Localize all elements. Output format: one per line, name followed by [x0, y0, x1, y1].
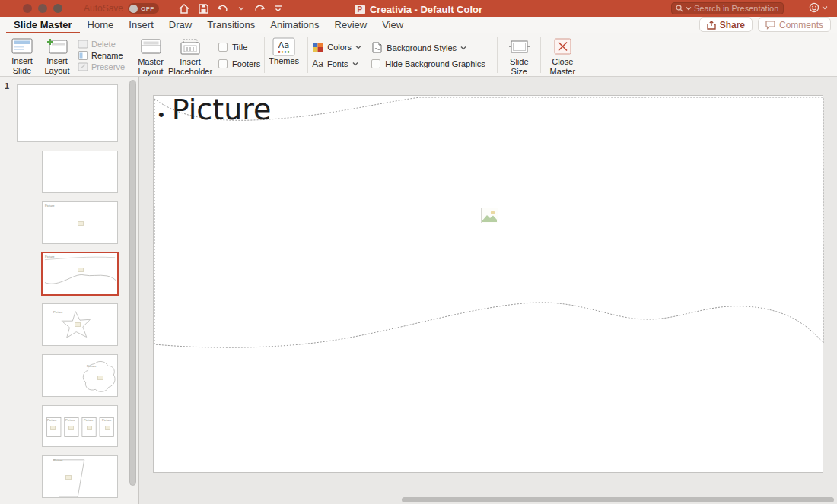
insert-placeholder-label: Insert Placeholder [168, 57, 212, 76]
toolbar-overflow-icon[interactable] [274, 5, 282, 12]
delete-label: Delete [91, 40, 116, 49]
footers-checkbox-label: Footers [232, 59, 260, 68]
close-master-icon [554, 38, 571, 55]
window-controls [23, 4, 62, 13]
hide-background-graphics-label: Hide Background Graphics [385, 59, 485, 68]
save-icon[interactable] [199, 4, 208, 14]
colors-button[interactable]: Colors [312, 42, 371, 52]
insert-placeholder-button[interactable]: Insert Placeholder [168, 36, 212, 74]
tab-view[interactable]: View [374, 17, 411, 33]
wave-shape-outline [43, 253, 117, 294]
tab-home[interactable]: Home [80, 17, 122, 33]
bullet-glyph: • [158, 106, 164, 123]
tab-draw[interactable]: Draw [161, 17, 199, 33]
document-title: Creativia - Default Color [370, 4, 482, 15]
comments-label: Comments [779, 20, 823, 30]
preserve-button[interactable]: Preserve [78, 62, 125, 71]
undo-dropdown-icon[interactable] [238, 6, 244, 11]
mini-picture-icon [50, 426, 56, 430]
themes-button[interactable]: Aa Themes [269, 36, 304, 74]
slide-size-icon [508, 38, 530, 55]
svg-text:Aa: Aa [278, 40, 289, 50]
master-layout-icon [141, 38, 161, 55]
thumbnail-star-picture-layout[interactable]: Picture [42, 303, 118, 346]
thumbnail-picture-layout[interactable]: Picture [42, 201, 118, 244]
footers-checkbox-box [218, 59, 228, 68]
search-placeholder: Search in Presentation [694, 4, 778, 13]
thumbnail-picture-label: Picture [53, 310, 62, 314]
thumbnail-trapezoid-picture-layout[interactable]: Picture [42, 455, 118, 498]
trapezoid-shape-outline [43, 456, 117, 497]
hide-background-graphics-checkbox[interactable]: Hide Background Graphics [371, 59, 493, 68]
rename-icon [78, 51, 88, 60]
mini-picture-icon [65, 475, 72, 480]
feedback-smiley-icon[interactable] [809, 2, 819, 13]
feedback-chevron-icon[interactable] [822, 5, 828, 10]
mini-picture-icon [68, 426, 74, 430]
picture-placeholder-outline[interactable] [154, 96, 824, 474]
title-checkbox[interactable]: Title [218, 43, 260, 52]
tab-review[interactable]: Review [327, 17, 375, 33]
comments-icon [765, 21, 775, 30]
ribbon-tab-bar: Slide Master Home Insert Draw Transition… [0, 17, 837, 33]
thumbnail-scrollbar[interactable] [129, 80, 136, 486]
thumbnail-blob-picture-layout[interactable]: Picture [42, 354, 118, 397]
fonts-button[interactable]: Aa Fonts [312, 59, 371, 69]
blob-shape-outline [43, 355, 117, 396]
title-bar: AutoSave OFF P Creativia - Default Color [0, 0, 837, 17]
slide-editing-area[interactable]: • Picture [153, 95, 823, 473]
tab-transitions[interactable]: Transitions [199, 17, 263, 33]
search-scope-chevron-icon[interactable] [686, 6, 692, 11]
insert-layout-button[interactable]: Insert Layout [40, 36, 75, 74]
colors-icon [312, 42, 323, 52]
ribbon: Insert Slide Master Insert Layout Delete… [0, 33, 837, 77]
tab-insert[interactable]: Insert [121, 17, 161, 33]
autosave-state: OFF [141, 5, 154, 12]
slide-group-number: 1 [5, 81, 9, 90]
close-master-button[interactable]: Close Master [545, 36, 580, 74]
mini-picture-icon [78, 268, 84, 272]
thumbnail-master[interactable] [17, 84, 118, 142]
background-styles-button[interactable]: Background Styles [371, 42, 493, 53]
comments-button[interactable]: Comments [758, 17, 831, 32]
redo-icon[interactable] [253, 4, 265, 14]
search-input[interactable]: Search in Presentation [671, 2, 784, 14]
title-checkbox-box [218, 43, 228, 52]
window-minimize-button[interactable] [38, 4, 47, 13]
tab-animations[interactable]: Animations [263, 17, 326, 33]
undo-icon[interactable] [218, 4, 229, 14]
tab-slide-master[interactable]: Slide Master [6, 17, 80, 33]
slide-size-button[interactable]: Slide Size [501, 36, 536, 74]
themes-label: Themes [269, 56, 299, 65]
mini-picture-icon [87, 426, 92, 430]
home-icon[interactable] [179, 4, 189, 14]
canvas-horizontal-scrollbar[interactable] [139, 496, 837, 503]
thumbnail-wave-picture-layout-selected[interactable]: Picture [41, 252, 119, 296]
share-button[interactable]: Share [699, 17, 753, 32]
master-layout-button[interactable]: Master Layout [133, 36, 168, 74]
footers-checkbox[interactable]: Footers [218, 59, 260, 68]
window-close-button[interactable] [23, 4, 32, 13]
picture-placeholder-text[interactable]: • Picture [158, 93, 271, 126]
insert-layout-label: Insert Layout [40, 56, 75, 75]
autosave-label: AutoSave [84, 3, 123, 14]
thumbnail-picture-label: Picture [45, 204, 54, 208]
share-label: Share [720, 20, 745, 30]
delete-icon [78, 40, 88, 49]
preserve-label: Preserve [91, 62, 125, 71]
master-layout-label: Master Layout [133, 57, 168, 76]
thumbnail-blank-layout[interactable] [42, 151, 118, 193]
thumbnail-four-picture-layout[interactable]: Picture Picture Picture Picture [42, 405, 118, 447]
rename-button[interactable]: Rename [78, 51, 125, 60]
canvas-horizontal-scrollbar-thumb[interactable] [402, 497, 834, 502]
insert-slide-master-button[interactable]: Insert Slide Master [5, 36, 40, 74]
fonts-chevron-icon [352, 62, 358, 66]
slide-size-label: Slide Size [501, 57, 536, 76]
picture-placeholder-icon[interactable] [481, 208, 498, 223]
thumbnail-picture-label: Picture [102, 418, 111, 422]
insert-layout-icon [46, 38, 68, 54]
window-zoom-button[interactable] [53, 4, 62, 13]
autosave-toggle[interactable]: OFF [128, 3, 159, 14]
thumbnail-picture-label: Picture [45, 255, 54, 258]
delete-button[interactable]: Delete [78, 40, 125, 49]
